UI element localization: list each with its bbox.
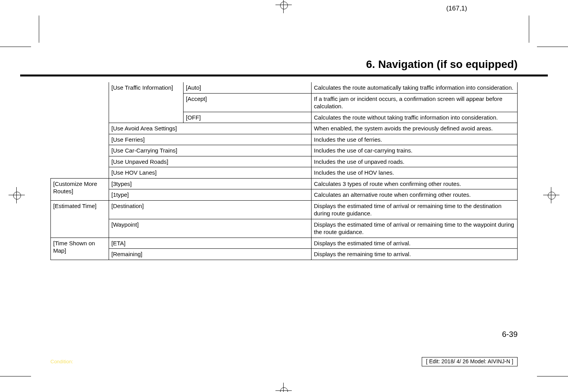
desc-cell: If a traffic jam or incident occurs, a c… bbox=[312, 93, 518, 112]
desc-cell: Displays the estimated time of arrival o… bbox=[312, 200, 518, 219]
desc-cell: Includes the use of ferries. bbox=[312, 134, 518, 145]
register-mark-icon bbox=[12, 190, 22, 200]
desc-cell: Displays the estimated time of arrival o… bbox=[312, 219, 518, 238]
table-row: [Use Avoid Area Settings] When enabled, … bbox=[51, 123, 518, 134]
rule bbox=[20, 75, 548, 76]
option-cell: [Auto] bbox=[184, 82, 312, 93]
option-cell: [OFF] bbox=[184, 112, 312, 123]
desc-cell: Includes the use of HOV lanes. bbox=[312, 167, 518, 179]
setting-cell: [Use Car-Carrying Trains] bbox=[109, 145, 312, 156]
category-cell: [Estimated Time] bbox=[51, 200, 109, 238]
table-row: [Remaining] Displays the remaining time … bbox=[51, 249, 518, 260]
crop-mark bbox=[537, 47, 568, 47]
table-row: [Customize More Routes] [3types] Calcula… bbox=[51, 178, 518, 189]
desc-cell: Includes the use of car-carrying trains. bbox=[312, 145, 518, 156]
chapter-title: 6. Navigation (if so equipped) bbox=[366, 58, 518, 71]
table-row: [Use Unpaved Roads] Includes the use of … bbox=[51, 156, 518, 167]
crop-mark bbox=[0, 376, 31, 376]
crop-mark bbox=[529, 16, 529, 43]
desc-cell: Calculates an alternative route when con… bbox=[312, 189, 518, 201]
register-mark-icon bbox=[279, 386, 289, 392]
crop-mark bbox=[39, 16, 39, 43]
option-cell: [Destination] bbox=[109, 200, 312, 219]
setting-cell: [Use Avoid Area Settings] bbox=[109, 123, 312, 134]
category-cell bbox=[51, 82, 109, 178]
desc-cell: Displays the remaining time to arrival. bbox=[312, 249, 518, 260]
desc-cell: Includes the use of unpaved roads. bbox=[312, 156, 518, 167]
setting-cell: [Use Ferries] bbox=[109, 134, 312, 145]
category-cell: [Time Shown on Map] bbox=[51, 238, 109, 260]
option-cell: [Remaining] bbox=[109, 249, 312, 260]
option-cell: [1type] bbox=[109, 189, 312, 201]
settings-table: [Use Traffic Information] [Auto] Calcula… bbox=[50, 82, 518, 260]
crop-mark bbox=[0, 47, 31, 47]
condition-label: Condition: bbox=[50, 359, 73, 364]
register-mark-icon bbox=[279, 0, 289, 10]
page-number: 6-39 bbox=[502, 330, 518, 339]
setting-cell: [Use HOV Lanes] bbox=[109, 167, 312, 179]
table-row: [Time Shown on Map] [ETA] Displays the e… bbox=[51, 238, 518, 249]
desc-cell: Displays the estimated time of arrival. bbox=[312, 238, 518, 249]
desc-cell: Calculates the route without taking traf… bbox=[312, 112, 518, 123]
setting-cell: [Use Traffic Information] bbox=[109, 82, 184, 123]
desc-cell: When enabled, the system avoids the prev… bbox=[312, 123, 518, 134]
register-mark-icon bbox=[546, 190, 556, 200]
table-row: [Use HOV Lanes] Includes the use of HOV … bbox=[51, 167, 518, 179]
table-row: [Waypoint] Displays the estimated time o… bbox=[51, 219, 518, 238]
table-row: [Use Traffic Information] [Auto] Calcula… bbox=[51, 82, 518, 93]
desc-cell: Calculates the route automatically takin… bbox=[312, 82, 518, 93]
footer-edit-info: [ Edit: 2018/ 4/ 26 Model: AIVINJ-N ] bbox=[422, 357, 518, 366]
option-cell: [Accept] bbox=[184, 93, 312, 112]
table-row: [Use Ferries] Includes the use of ferrie… bbox=[51, 134, 518, 145]
option-cell: [Waypoint] bbox=[109, 219, 312, 238]
setting-cell: [Use Unpaved Roads] bbox=[109, 156, 312, 167]
table-row: [Use Car-Carrying Trains] Includes the u… bbox=[51, 145, 518, 156]
option-cell: [3types] bbox=[109, 178, 312, 189]
table-row: [1type] Calculates an alternative route … bbox=[51, 189, 518, 201]
crop-mark bbox=[537, 376, 568, 376]
page-coordinate: (167,1) bbox=[446, 5, 467, 12]
desc-cell: Calculates 3 types of route when confirm… bbox=[312, 178, 518, 189]
option-cell: [ETA] bbox=[109, 238, 312, 249]
category-cell: [Customize More Routes] bbox=[51, 178, 109, 200]
table-row: [Estimated Time] [Destination] Displays … bbox=[51, 200, 518, 219]
